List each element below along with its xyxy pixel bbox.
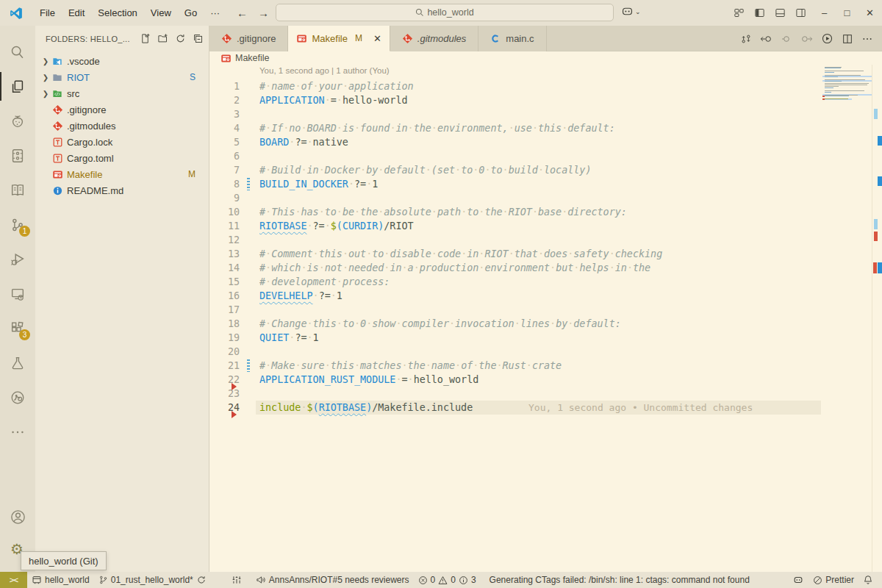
activity-more-icon[interactable]	[0, 415, 35, 449]
sliders-item[interactable]	[227, 572, 246, 588]
menu-more[interactable]: ···	[204, 0, 226, 26]
code-line-10: 10#·This·has·to·be·the·absolute·path·to·…	[209, 205, 882, 219]
line-number: 20	[209, 345, 240, 359]
problems-item[interactable]: 003	[414, 572, 481, 588]
chevron-right-icon[interactable]: ❯	[40, 57, 51, 65]
workspace-item[interactable]: hello_world	[27, 572, 94, 588]
toggle-secondary-sidebar-button[interactable]	[795, 7, 806, 18]
tree-item-cargotoml[interactable]: Cargo.toml	[35, 150, 209, 166]
tree-item-src[interactable]: ❯src	[35, 85, 209, 101]
notifications-bell[interactable]	[858, 572, 878, 588]
status-bar: ><hello_world01_rust_hello_world*AnnsAnn…	[0, 572, 882, 588]
activity-search-icon[interactable]	[0, 35, 35, 69]
open-changes-button[interactable]	[740, 33, 752, 45]
menu-file[interactable]: File	[33, 0, 62, 26]
line-number: 13	[209, 247, 240, 261]
badge: 1	[19, 226, 30, 237]
chevron-right-icon[interactable]: ❯	[40, 90, 51, 98]
breadcrumb-item[interactable]: Makefile	[235, 53, 270, 63]
code-line-5: 5BOARD·?=·native	[209, 135, 882, 149]
history-back-button[interactable]: ←	[237, 7, 248, 19]
inline-blame: You, 1 second ago • Uncommitted changes	[528, 401, 753, 415]
code-line-19: 19QUIET·?=·1	[209, 331, 882, 345]
breadcrumb[interactable]: Makefile	[209, 51, 882, 65]
deleted-lines-marker[interactable]	[232, 383, 237, 390]
tab-gitmodules[interactable]: .gitmodules	[390, 26, 478, 51]
toggle-sidebar-button[interactable]	[754, 7, 765, 18]
new-file-button[interactable]	[140, 33, 151, 44]
close-button[interactable]: ✕	[858, 0, 881, 26]
activity-book-icon[interactable]	[0, 173, 35, 207]
split-editor-button[interactable]	[842, 33, 853, 45]
activity-source-control-icon[interactable]: 1	[0, 207, 35, 242]
menu-go[interactable]: Go	[178, 0, 204, 26]
tree-item-gitmodules[interactable]: .gitmodules	[35, 118, 209, 134]
tab-bar: .gitignoreMakefileM✕.gitmodulesmain.c	[209, 26, 882, 51]
code-editor[interactable]: You, 1 second ago | 1 author (You) 1#·na…	[209, 65, 882, 572]
copilot-status[interactable]	[788, 572, 808, 588]
line-number: 7	[209, 163, 240, 177]
title-bar: FileEditSelectionViewGo··· ← → hello_wor…	[0, 0, 882, 26]
new-folder-button[interactable]	[157, 33, 168, 44]
tree-item-riot[interactable]: ❯RIOTS	[35, 69, 209, 85]
tab-label: Makefile	[312, 33, 347, 44]
toggle-panel-button[interactable]	[775, 7, 786, 18]
tree-item-vscode[interactable]: ❯.vscode	[35, 53, 209, 69]
prettier-item[interactable]: Prettier	[808, 572, 858, 588]
tab-mainc[interactable]: main.c	[478, 26, 546, 51]
previous-change-button[interactable]	[760, 33, 772, 45]
activity-remote-explorer-icon[interactable]	[0, 276, 35, 311]
activity-extensions-icon[interactable]: 3	[0, 311, 35, 345]
remote-indicator[interactable]: ><	[0, 572, 27, 588]
maximize-button[interactable]: □	[836, 0, 858, 26]
run-makefile-button[interactable]	[821, 32, 833, 45]
tree-item-cargolock[interactable]: Cargo.lock	[35, 134, 209, 150]
activity-account-icon[interactable]	[0, 500, 35, 534]
code-line-8: 8BUILD_IN_DOCKER·?=·1	[209, 177, 882, 191]
tab-label: main.c	[506, 33, 534, 44]
more-actions-button[interactable]	[861, 33, 873, 45]
sidebar-title: FOLDERS: HELLO_...	[46, 35, 130, 43]
activity-berry-icon[interactable]	[0, 104, 35, 138]
menu-view[interactable]: View	[144, 0, 178, 26]
vscode-logo	[10, 7, 23, 20]
tree-item-label: RIOT	[67, 72, 90, 83]
customize-layout-button[interactable]	[734, 7, 745, 18]
collapse-folders-button[interactable]	[193, 33, 204, 44]
overview-ruler[interactable]	[872, 65, 882, 572]
codelens-authors[interactable]: You, 1 second ago | 1 author (You)	[259, 66, 390, 75]
line-number: 2	[209, 93, 240, 107]
tree-item-label: README.md	[67, 185, 123, 196]
chevron-right-icon[interactable]: ❯	[40, 74, 51, 82]
copilot-menu[interactable]: ⌄	[621, 5, 641, 18]
tree-item-makefile[interactable]: MakefileM	[35, 166, 209, 182]
search-icon	[415, 8, 424, 17]
previous-change-dim-button[interactable]	[781, 33, 792, 45]
tab-makefile[interactable]: MakefileM✕	[288, 26, 390, 51]
history-forward-button[interactable]: →	[258, 7, 269, 19]
activity-explorer-icon[interactable]	[0, 69, 35, 104]
close-tab-icon[interactable]: ✕	[373, 33, 381, 44]
modified-line-marker	[247, 178, 250, 190]
code-line-6: 6	[209, 149, 882, 163]
line-number: 8	[209, 177, 240, 191]
activity-circuit-board-icon[interactable]	[0, 138, 35, 173]
activity-test-beaker-icon[interactable]	[0, 345, 35, 380]
menu-edit[interactable]: Edit	[62, 0, 91, 26]
code-line-23: 23	[209, 387, 882, 401]
git-branch-item[interactable]: 01_rust_hello_world*	[94, 572, 211, 588]
next-change-button[interactable]	[800, 33, 813, 45]
activity-run-debug-icon[interactable]	[0, 242, 35, 276]
tab-gitignore[interactable]: .gitignore	[209, 26, 288, 51]
menu-selection[interactable]: Selection	[91, 0, 143, 26]
line-number: 19	[209, 331, 240, 345]
pr-status-item[interactable]: AnnsAnns/RIOT#5 needs reviewers	[251, 572, 414, 588]
tree-item-gitignore[interactable]: .gitignore	[35, 101, 209, 118]
activity-gitlens-icon[interactable]	[0, 380, 35, 415]
deleted-lines-marker[interactable]	[232, 411, 237, 418]
line-number: 21	[209, 359, 240, 373]
refresh-explorer-button[interactable]	[175, 33, 186, 44]
minimize-button[interactable]: ‒	[813, 0, 836, 26]
command-center-search[interactable]: hello_world	[276, 4, 614, 21]
tree-item-readmemd[interactable]: README.md	[35, 182, 209, 198]
